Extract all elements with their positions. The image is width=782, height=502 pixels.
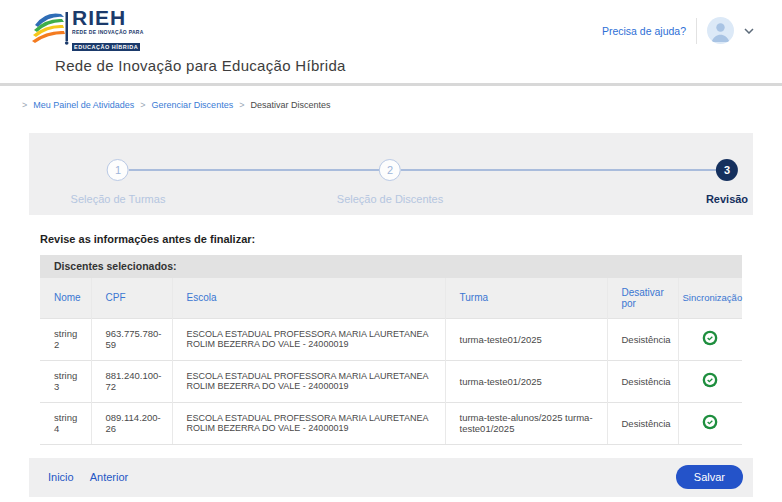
person-icon [707,17,734,44]
selected-students-panel: Discentes selecionados: Nome CPF Escola … [40,255,742,445]
page-title: Rede de Inovação para Educação Híbrida [55,57,346,74]
cell-sincronizacao [678,360,742,402]
col-header-escola: Escola [172,278,445,318]
breadcrumb-current-desativar-discentes: Desativar Discentes [250,100,330,110]
check-circle-success-icon [702,372,718,388]
top-header: RIEH REDE DE INOVAÇÃO PARA EDUCAÇÃO HÍBR… [0,0,782,83]
step-label: Seleção de Discentes [337,193,443,205]
cell-nome: string 4 [40,402,91,444]
review-instruction: Revise as informações antes de finalizar… [40,233,782,245]
avatar[interactable] [707,17,734,44]
check-circle-success-icon [702,330,718,346]
section-title: Discentes selecionados: [40,255,742,278]
cell-desativar-por: Desistência [607,360,678,402]
cell-cpf: 881.240.100-72 [91,360,172,402]
step-revisao[interactable]: 3 Revisão [706,159,748,205]
cell-desativar-por: Desistência [607,318,678,360]
cell-nome: string 2 [40,318,91,360]
header-divider-strip [0,83,782,86]
breadcrumb-meu-painel-de-atividades[interactable]: Meu Painel de Atividades [33,100,134,110]
breadcrumb: > Meu Painel de Atividades > Gerenciar D… [22,99,782,110]
cell-escola: ESCOLA ESTADUAL PROFESSORA MARIA LAURETA… [172,318,445,360]
cell-escola: ESCOLA ESTADUAL PROFESSORA MARIA LAURETA… [172,402,445,444]
salvar-button[interactable]: Salvar [676,465,743,489]
step-label: Seleção de Turmas [71,193,166,205]
rieh-logo: RIEH REDE DE INOVAÇÃO PARA EDUCAÇÃO HÍBR… [31,7,144,53]
stepper: 1 Seleção de Turmas 2 Seleção de Discent… [29,133,753,215]
cell-sincronizacao [678,402,742,444]
logo-tagline-2: EDUCAÇÃO HÍBRIDA [72,43,140,51]
cell-cpf: 963.775.780-59 [91,318,172,360]
logo-text: RIEH REDE DE INOVAÇÃO PARA EDUCAÇÃO HÍBR… [72,7,144,53]
breadcrumb-separator: > [239,100,244,110]
step-selecao-de-discentes[interactable]: 2 Seleção de Discentes [337,159,443,205]
cell-desativar-por: Desistência [607,402,678,444]
table-row: string 4 089.114.200-26 ESCOLA ESTADUAL … [40,402,742,444]
header-vertical-divider [696,18,697,44]
check-circle-success-icon [702,414,718,430]
table-row: string 2 963.775.780-59 ESCOLA ESTADUAL … [40,318,742,360]
cell-turma: turma-teste01/2025 [445,360,607,402]
open-book-logo-icon [31,7,69,47]
cell-escola: ESCOLA ESTADUAL PROFESSORA MARIA LAURETA… [172,360,445,402]
review-content: Revise as informações antes de finalizar… [0,233,782,497]
table-header-row: Nome CPF Escola Turma Desativar por Sinc… [40,278,742,318]
help-link[interactable]: Precisa de ajuda? [602,25,686,37]
cell-cpf: 089.114.200-26 [91,402,172,444]
students-table: Nome CPF Escola Turma Desativar por Sinc… [40,278,742,445]
cell-turma: turma-teste-alunos/2025 turma-teste01/20… [445,402,607,444]
header-actions: Precisa de ajuda? [602,17,754,44]
breadcrumb-separator: > [22,100,27,110]
col-header-desativar-por: Desativar por [607,278,678,318]
chevron-down-icon[interactable] [744,28,754,34]
step-selecao-de-turmas[interactable]: 1 Seleção de Turmas [71,159,166,205]
breadcrumb-separator: > [140,100,145,110]
cell-sincronizacao [678,318,742,360]
inicio-link[interactable]: Inicio [48,471,74,483]
logo-brand: RIEH [72,7,144,28]
stepper-connector-2 [401,169,716,171]
table-row: string 3 881.240.100-72 ESCOLA ESTADUAL … [40,360,742,402]
col-header-nome: Nome [40,278,91,318]
col-header-sincronizacao: Sincronização [678,278,742,318]
col-header-turma: Turma [445,278,607,318]
breadcrumb-gerenciar-discentes[interactable]: Gerenciar Discentes [152,100,234,110]
step-circle: 1 [107,159,129,181]
col-header-cpf: CPF [91,278,172,318]
step-circle: 2 [379,159,401,181]
logo-tagline-1: REDE DE INOVAÇÃO PARA [72,29,144,35]
anterior-link[interactable]: Anterior [90,471,129,483]
page: RIEH REDE DE INOVAÇÃO PARA EDUCAÇÃO HÍBR… [0,0,782,502]
wizard-footer: Inicio Anterior Salvar [29,458,753,497]
step-label: Revisão [706,193,748,205]
cell-nome: string 3 [40,360,91,402]
step-circle: 3 [716,159,738,181]
cell-turma: turma-teste01/2025 [445,318,607,360]
